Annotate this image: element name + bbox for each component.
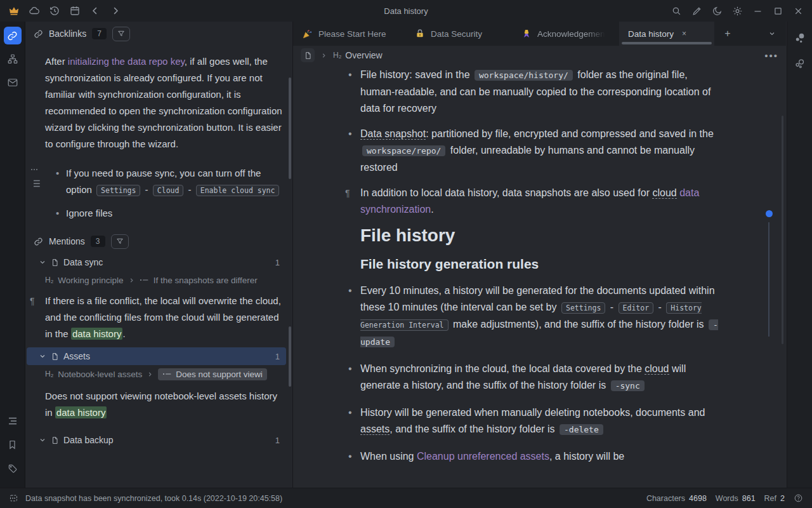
back-icon[interactable]	[85, 2, 105, 20]
doc-heading-2[interactable]: File history	[360, 224, 719, 247]
heading-level-label: H₂	[333, 51, 341, 60]
backlinks-dock-icon[interactable]	[4, 27, 22, 44]
tab-data-history[interactable]: Data history ×	[619, 22, 714, 46]
right-dock	[787, 22, 812, 488]
paragraph-marker-icon	[140, 277, 149, 283]
mention-breadcrumb[interactable]: H₂ Working principle If the snapshots ar…	[45, 272, 286, 288]
drag-handle-icon[interactable]	[30, 166, 40, 173]
chevron-down-icon[interactable]	[39, 436, 46, 444]
edit-icon[interactable]	[686, 2, 707, 20]
graph-tree-icon[interactable]	[4, 50, 22, 68]
backlink-bullet[interactable]: If you need to pause sync, you can turn …	[66, 165, 282, 199]
tab-label: Please Start Here	[318, 29, 386, 39]
app-window: Data history	[0, 0, 812, 508]
breadcrumb: H₂ Overview •••	[293, 46, 786, 65]
help-icon[interactable]	[794, 493, 803, 503]
new-tab-button[interactable]: +	[714, 22, 741, 46]
status-message: Data snapshot has been synchronized, too…	[25, 494, 282, 503]
editor-scrollbar[interactable]	[782, 116, 783, 344]
inbox-mail-icon[interactable]	[4, 74, 22, 91]
mentions-filter-icon[interactable]	[111, 234, 129, 249]
doc-bullet[interactable]: When using Cleanup unreferenced assets, …	[360, 448, 719, 465]
mention-doc-row[interactable]: Data sync 1	[27, 253, 286, 271]
words-label: Words	[716, 494, 738, 503]
mention-doc-row-selected[interactable]: Assets 1	[27, 347, 286, 365]
status-bar: Data snapshot has been synchronized, too…	[0, 488, 812, 508]
tab-acknowledgements[interactable]: Acknowledgemen	[513, 22, 619, 46]
tab-data-security[interactable]: Data Security	[406, 22, 513, 46]
mention-doc-row[interactable]: Data backup 1	[27, 431, 286, 449]
more-options-icon[interactable]: •••	[764, 50, 778, 61]
graph-icon[interactable]	[791, 29, 809, 47]
maximize-icon[interactable]	[768, 2, 788, 20]
mentions-header: Mentions 3	[26, 229, 292, 253]
backlinks-filter-icon[interactable]	[112, 27, 130, 41]
mention-doc-count: 1	[275, 436, 280, 445]
mention-paragraph[interactable]: Does not support viewing notebook-level …	[45, 388, 282, 421]
sidebar-scrollbar[interactable]	[289, 326, 291, 387]
doc-heading-3[interactable]: File history generation rules	[360, 255, 719, 274]
link-icon	[34, 29, 43, 39]
backlink-list: If you need to pause sync, you can turn …	[26, 165, 282, 222]
chevron-down-icon[interactable]	[39, 352, 46, 360]
calendar-icon[interactable]	[65, 2, 85, 20]
search-icon[interactable]	[666, 2, 686, 20]
doc-bullet[interactable]: File history: saved in the workspace/his…	[360, 67, 719, 117]
document-icon[interactable]	[301, 48, 315, 62]
mentions-count: 3	[91, 236, 105, 247]
tab-label: Data history	[628, 29, 674, 39]
block-gutter[interactable]	[30, 166, 41, 188]
main-area: Please Start Here Data Security Acknowle…	[293, 22, 786, 488]
doc-bullet[interactable]: Data snapshot: partitioned by file, encr…	[360, 126, 719, 176]
list-block-icon[interactable]	[30, 179, 41, 188]
tab-label: Acknowledgemen	[537, 29, 605, 39]
sync-history-icon[interactable]	[44, 2, 65, 20]
backlink-paragraph[interactable]: After initializing the data repo key, if…	[45, 53, 282, 152]
snapshot-icon	[9, 493, 18, 503]
crumb-current-chip[interactable]: Does not support viewi	[158, 368, 267, 380]
crumb-title[interactable]: Notebook-level assets	[58, 370, 142, 379]
ref-value: 2	[780, 494, 785, 503]
tab-please-start-here[interactable]: Please Start Here	[293, 22, 406, 46]
close-icon[interactable]	[788, 2, 808, 20]
window-title: Data history	[384, 6, 428, 16]
doc-bullet[interactable]: Every 10 minutes, a history will be gene…	[360, 283, 719, 351]
tab-bar: Please Start Here Data Security Acknowle…	[293, 22, 786, 46]
outline-icon[interactable]	[4, 412, 22, 430]
scroll-track	[768, 222, 769, 337]
mention-doc-label: Data sync	[63, 257, 103, 267]
backlink-bullet[interactable]: Ignore files	[66, 205, 282, 222]
theme-moon-icon[interactable]	[707, 2, 727, 20]
doc-bullet[interactable]: History will be generated when manually …	[360, 404, 719, 438]
doc-bullet[interactable]: When synchronizing in the cloud, the loc…	[360, 361, 719, 394]
backlinks-header: Backlinks 7	[26, 22, 292, 46]
scroll-position-dot[interactable]	[766, 210, 773, 217]
breadcrumb-heading[interactable]: Overview	[345, 50, 382, 60]
mention-doc-label: Assets	[63, 351, 90, 361]
editor[interactable]: File history: saved in the workspace/his…	[293, 65, 786, 488]
crumb-title[interactable]: Working principle	[58, 276, 123, 285]
bookmark-icon[interactable]	[4, 436, 22, 453]
settings-gear-icon[interactable]	[727, 2, 747, 20]
mention-paragraph[interactable]: ¶ If there is a file conflict, the local…	[45, 293, 282, 342]
lock-icon	[415, 29, 425, 39]
doc-paragraph[interactable]: ¶ In addition to local data history, dat…	[360, 185, 719, 218]
tag-icon[interactable]	[4, 459, 22, 477]
chevron-right-icon	[320, 52, 327, 59]
forward-icon[interactable]	[105, 2, 126, 20]
tab-list-chevron-icon[interactable]	[758, 22, 786, 46]
tab-label: Data Security	[431, 29, 482, 39]
crumb-tail: Does not support viewi	[176, 370, 263, 379]
mention-breadcrumb[interactable]: H₂ Notebook-level assets Does not suppor…	[45, 366, 286, 382]
sidebar-scrollbar[interactable]	[289, 77, 291, 179]
ref-label: Ref	[764, 494, 776, 503]
crumb-tail[interactable]: If the snapshots are differer	[154, 276, 258, 285]
chevron-down-icon[interactable]	[39, 258, 46, 266]
tab-close-icon[interactable]: ×	[682, 29, 686, 38]
minimize-icon[interactable]	[747, 2, 768, 20]
paragraph-marker-icon	[162, 371, 172, 377]
doc-bullet-list: Every 10 minutes, a history will be gene…	[360, 283, 719, 465]
cloud-icon[interactable]	[24, 2, 44, 20]
crown-icon[interactable]	[4, 2, 24, 20]
global-graph-icon[interactable]	[791, 55, 809, 72]
